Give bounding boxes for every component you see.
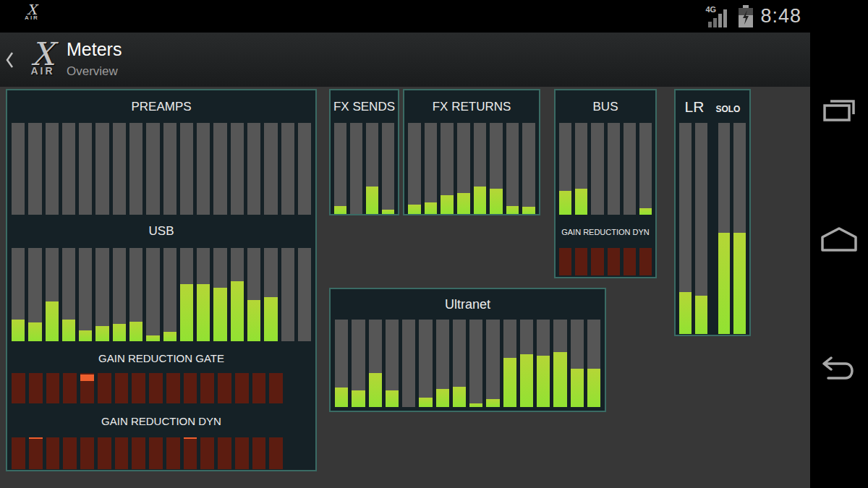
status-bar: X AIR 4G 8:48: [0, 0, 868, 33]
xair-logo: X AIR: [20, 38, 65, 76]
back-button[interactable]: [0, 33, 19, 87]
meter-fill: [506, 206, 519, 214]
meter-bar: [46, 248, 59, 341]
meter-fill: [146, 335, 159, 341]
panel-preamps-usb: PREAMPS USB GAIN REDUCTION GATE GAIN RED…: [6, 89, 317, 471]
meter-fill: [129, 322, 142, 341]
fx-sends-meter-row: [334, 123, 394, 214]
gain-reduction-bar: [252, 437, 266, 469]
gain-reduction-bar: [149, 437, 163, 469]
meter-fill: [62, 320, 75, 341]
gain-reduction-bar: [269, 437, 283, 469]
panel-fx-sends: FX SENDS: [329, 89, 399, 215]
meter-fill: [382, 210, 394, 214]
app-bar: X AIR Meters Overview: [0, 33, 810, 87]
meter-fill: [334, 206, 346, 214]
meter-bar: [419, 320, 432, 407]
meter-fill: [457, 193, 470, 214]
signal-icon: 4G: [707, 6, 731, 27]
bus-meter-row: [559, 123, 652, 215]
meter-bar: [453, 320, 466, 407]
meter-bar: [12, 248, 25, 341]
meter-bar: [425, 123, 438, 214]
meter-fill: [587, 369, 600, 407]
gain-reduction-bar: [184, 437, 197, 469]
gain-reduction-bar: [46, 437, 60, 469]
meter-fill: [369, 373, 382, 407]
meter-bar: [441, 123, 454, 214]
meter-fill: [695, 296, 707, 334]
meter-bar: [506, 123, 519, 214]
back-arrow-icon: [821, 355, 857, 385]
meter-fill: [231, 281, 244, 341]
gain-reduction-dyn-row: [12, 437, 283, 469]
meter-bar: [571, 320, 584, 407]
gain-reduction-bar: [184, 373, 197, 403]
fx-sends-title: FX SENDS: [331, 90, 398, 123]
meter-bar: [264, 248, 277, 341]
gain-reduction-bar: [29, 437, 43, 469]
meter-bar: [79, 123, 92, 215]
meter-bar: [213, 123, 226, 215]
meter-bar: [386, 320, 399, 407]
panel-ultranet: Ultranet: [329, 288, 606, 412]
meter-bar: [352, 320, 365, 407]
gain-reduction-bar: [200, 373, 214, 403]
meter-bar: [382, 123, 394, 214]
meter-fill: [486, 399, 499, 407]
meter-bar: [575, 123, 587, 215]
gain-reduction-bar: [252, 373, 266, 403]
recents-button[interactable]: [810, 87, 868, 130]
bus-gain-reduction-dyn-title: GAIN REDUCTION DYN: [556, 215, 655, 248]
battery-charging-icon: [738, 5, 754, 28]
meter-fill: [213, 288, 226, 341]
meter-fill: [490, 189, 503, 214]
meter-bar: [231, 248, 244, 341]
home-button[interactable]: [810, 217, 868, 260]
meter-bar: [490, 123, 503, 214]
gain-reduction-bar: [98, 437, 111, 469]
meter-bar: [28, 123, 41, 215]
gain-reduction-bar: [132, 437, 145, 469]
back-nav-button[interactable]: [810, 348, 868, 392]
gain-reduction-dyn-title: GAIN REDUCTION DYN: [7, 403, 315, 437]
meter-bar: [587, 320, 600, 407]
meter-fill: [425, 202, 438, 214]
meter-bar: [247, 123, 260, 215]
meter-bar: [608, 123, 620, 215]
gain-reduction-bar: [149, 373, 163, 403]
meter-fill: [197, 284, 210, 341]
meter-fill: [679, 292, 692, 334]
page-subtitle: Overview: [67, 64, 118, 79]
gain-reduction-bar: [639, 248, 652, 275]
meter-bar: [469, 320, 482, 407]
gain-reduction-bar: [115, 373, 129, 403]
meter-bar: [553, 320, 566, 407]
gain-reduction-bar: [12, 437, 25, 469]
meter-fill: [441, 195, 454, 214]
screen: X AIR 4G 8:48: [0, 0, 868, 488]
solo-label: SOLO: [715, 104, 740, 114]
ultranet-title: Ultranet: [331, 289, 605, 320]
gain-reduction-gate-title: GAIN REDUCTION GATE: [7, 341, 315, 373]
meter-fill: [247, 300, 260, 341]
meter-fill: [718, 233, 731, 334]
gain-reduction-bar: [132, 373, 145, 403]
meter-bar: [146, 248, 159, 341]
gain-reduction-bar: [63, 437, 77, 469]
meters-overview-content: PREAMPS USB GAIN REDUCTION GATE GAIN RED…: [0, 87, 810, 488]
meter-fill: [453, 387, 466, 407]
meter-bar: [520, 320, 533, 407]
page-title: Meters: [67, 39, 122, 60]
gain-reduction-bar: [559, 248, 571, 275]
meter-fill: [503, 358, 516, 407]
gain-reduction-bar: [166, 437, 180, 469]
meter-fill: [12, 320, 25, 341]
gain-reduction-active-segment: [29, 437, 43, 439]
panel-lr-solo: LRSOLO: [674, 89, 751, 336]
meter-bar: [46, 123, 59, 215]
meter-fill: [180, 284, 193, 341]
meter-bar: [213, 248, 226, 341]
meter-bar: [62, 248, 75, 341]
lr-label: LR: [685, 98, 705, 115]
